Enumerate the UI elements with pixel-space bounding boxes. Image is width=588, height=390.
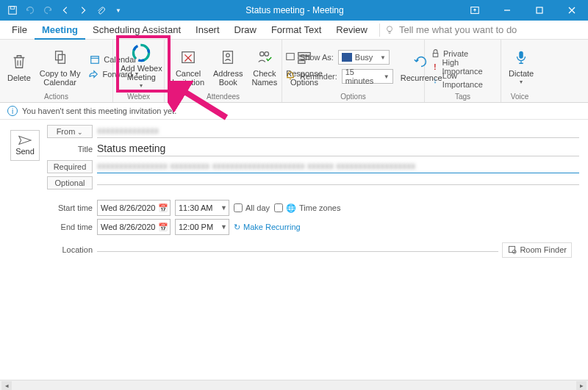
downarrow-icon: ↓ [431, 76, 440, 84]
all-day-checkbox[interactable]: All day [234, 203, 270, 212]
group-attendees: Cancel Invitation Address Book Check Nam… [165, 40, 282, 102]
close-button[interactable] [556, 0, 588, 21]
title-field[interactable] [97, 141, 579, 156]
tab-meeting[interactable]: Meeting [35, 21, 85, 40]
send-button[interactable]: Send [10, 130, 40, 161]
maximize-button[interactable] [523, 0, 556, 21]
save-icon[interactable] [6, 4, 19, 17]
busy-swatch-icon [342, 53, 352, 62]
cancel-invitation-button[interactable]: Cancel Invitation [168, 43, 209, 91]
tab-scheduling[interactable]: Scheduling Assistant [85, 21, 188, 40]
info-bar: i You haven't sent this meeting invitati… [0, 103, 588, 120]
optional-field[interactable] [97, 181, 579, 185]
reminder-combo[interactable]: 15 minutes ▼ [342, 69, 393, 84]
window-title: Status meeting - Meeting [131, 5, 459, 15]
attachment-icon[interactable] [94, 4, 107, 17]
svg-rect-5 [55, 51, 62, 60]
back-icon[interactable] [59, 4, 72, 17]
group-label-voice: Voice [501, 93, 538, 102]
tab-file[interactable]: File [4, 21, 35, 40]
scroll-right-button[interactable]: ▸ [576, 381, 587, 390]
minimize-button[interactable] [491, 0, 523, 21]
group-options: Show As: Busy ▼ Reminder: 15 minutes ▼ [282, 40, 425, 102]
svg-rect-10 [182, 52, 195, 63]
ribbon: Delete Copy to My Calendar Calendar Forw… [0, 40, 588, 103]
tab-draw[interactable]: Draw [227, 21, 264, 40]
low-importance-button[interactable]: ↓ Low Importance [431, 73, 495, 87]
tab-format[interactable]: Format Text [264, 21, 329, 40]
dictate-button[interactable]: Dictate ▾ [504, 43, 538, 91]
chevron-down-icon: ▼ [220, 223, 227, 231]
make-recurring-link[interactable]: ↻Make Recurring [234, 223, 301, 232]
info-icon: i [7, 106, 18, 116]
start-date-field[interactable]: Wed 8/26/2020📅 [97, 200, 171, 216]
scroll-left-button[interactable]: ◂ [1, 381, 12, 390]
check-names-icon [254, 47, 275, 68]
undo-icon[interactable] [24, 4, 37, 17]
group-label-webex: Webex [113, 93, 164, 102]
chevron-down-icon: ▼ [220, 204, 227, 212]
svg-rect-0 [9, 7, 17, 15]
add-webex-meeting-button[interactable]: Add Webex Meeting ▾ [116, 43, 167, 91]
ribbon-options-icon[interactable] [459, 0, 491, 21]
required-field[interactable]: xxxxxxxxxxxxxxxx xxxxxxxxx xxxxxxxxxxxxx… [97, 159, 579, 173]
end-time-label: End time [47, 223, 93, 231]
required-button[interactable]: Required [47, 160, 93, 173]
quick-access-toolbar: ▼ [0, 4, 131, 17]
forward-nav-icon[interactable] [76, 4, 90, 17]
from-button[interactable]: From ⌄ [47, 125, 93, 138]
start-time-label: Start time [47, 203, 93, 212]
location-label: Location [47, 245, 93, 254]
check-names-button[interactable]: Check Names [247, 43, 282, 91]
tell-me-label: Tell me what you want to do [399, 24, 517, 35]
svg-rect-3 [537, 7, 542, 13]
group-label-options: Options [282, 93, 424, 102]
qat-dropdown-icon[interactable]: ▼ [112, 4, 125, 17]
group-label-attendees: Attendees [165, 93, 282, 102]
chevron-down-icon: ▾ [520, 78, 523, 87]
redo-icon[interactable] [41, 4, 54, 17]
webex-icon [131, 43, 151, 62]
end-time-field[interactable]: 12:00 PM▼ [175, 219, 229, 235]
address-book-button[interactable]: Address Book [209, 43, 247, 91]
copy-icon [50, 47, 71, 68]
room-finder-button[interactable]: Room Finder [502, 242, 572, 258]
optional-button[interactable]: Optional [47, 176, 93, 189]
location-field[interactable] [97, 248, 498, 252]
timezones-checkbox[interactable]: 🌐Time zones [274, 203, 340, 213]
tab-insert[interactable]: Insert [188, 21, 227, 40]
calendar-icon [89, 54, 101, 65]
svg-point-4 [387, 26, 392, 31]
svg-point-14 [265, 52, 269, 57]
send-icon [18, 135, 32, 145]
group-label-actions: Actions [0, 93, 112, 102]
lightbulb-icon [384, 25, 395, 35]
group-webex: Add Webex Meeting ▾ Webex [113, 40, 165, 102]
trash-icon [9, 51, 29, 72]
svg-rect-6 [58, 54, 65, 63]
showas-combo[interactable]: Busy ▼ [338, 50, 390, 65]
cancel-icon [178, 47, 198, 68]
title-label: Title [47, 145, 93, 154]
end-date-field[interactable]: Wed 8/26/2020📅 [97, 219, 171, 235]
group-tags: Private ! High Importance ↓ Low Importan… [425, 40, 501, 102]
calendar-icon: 📅 [158, 203, 168, 213]
copy-to-calendar-button[interactable]: Copy to My Calendar [35, 43, 85, 91]
group-label-tags: Tags [425, 93, 501, 102]
lock-icon [431, 48, 440, 59]
tell-me-search[interactable]: Tell me what you want to do [384, 24, 517, 35]
reminder-label: Reminder: [300, 72, 337, 81]
recurrence-icon: ↻ [234, 223, 240, 232]
address-book-icon [218, 47, 238, 68]
calendar-icon: 📅 [158, 223, 168, 232]
horizontal-scrollbar[interactable]: ◂ ▸ [0, 380, 588, 390]
tab-review[interactable]: Review [329, 21, 375, 40]
showas-label: Show As: [300, 53, 334, 62]
from-field[interactable]: xxxxxxxxxxxxxx [97, 124, 579, 138]
exclamation-icon: ! [431, 62, 440, 71]
bell-icon [285, 71, 295, 82]
delete-button[interactable]: Delete [3, 43, 35, 91]
start-time-field[interactable]: 11:30 AM▼ [175, 200, 229, 216]
chevron-down-icon: ⌄ [77, 129, 83, 136]
forward-icon [87, 68, 99, 80]
